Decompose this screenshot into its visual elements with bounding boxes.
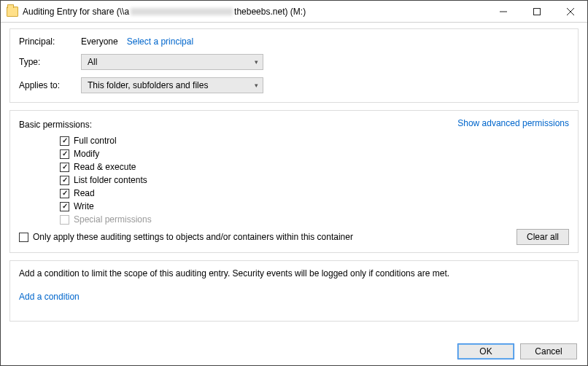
principal-row: Principal: Everyone Select a principal xyxy=(19,36,569,47)
permission-row: Read & execute xyxy=(60,160,569,174)
principal-label: Principal: xyxy=(19,36,81,47)
permission-row: Modify xyxy=(60,147,569,160)
cancel-label: Cancel xyxy=(535,346,562,357)
permission-row: Read xyxy=(60,187,569,200)
applies-dropdown[interactable]: This folder, subfolders and files ▾ xyxy=(81,77,263,93)
window-title-prefix: Auditing Entry for share (\\a xyxy=(23,7,129,17)
applies-label: Applies to: xyxy=(19,80,81,90)
permission-checkbox[interactable] xyxy=(60,202,69,211)
type-label: Type: xyxy=(19,57,81,67)
only-within-checkbox[interactable] xyxy=(19,233,28,242)
only-within-row: Only apply these auditing settings to ob… xyxy=(19,232,569,242)
permission-checkbox[interactable] xyxy=(60,189,69,198)
folder-icon xyxy=(7,7,18,17)
condition-description: Add a condition to limit the scope of th… xyxy=(19,268,569,279)
clear-all-button[interactable]: Clear all xyxy=(517,229,569,245)
permissions-panel: Show advanced permissions Basic permissi… xyxy=(9,110,579,253)
svg-rect-1 xyxy=(534,8,541,15)
permission-checkbox xyxy=(60,215,69,225)
type-dropdown[interactable]: All ▾ xyxy=(81,54,263,70)
permission-row: Full control xyxy=(60,134,569,147)
permission-checkbox[interactable] xyxy=(60,163,69,172)
dialog-footer: OK Cancel xyxy=(457,343,577,359)
principal-type-panel: Principal: Everyone Select a principal T… xyxy=(9,28,579,103)
permission-checkbox[interactable] xyxy=(60,176,69,185)
permission-label: Modify xyxy=(74,149,99,159)
permission-row: Special permissions xyxy=(60,213,569,226)
type-row: Type: All ▾ xyxy=(19,54,569,70)
condition-panel: Add a condition to limit the scope of th… xyxy=(9,260,579,322)
permission-label: Special permissions xyxy=(74,214,152,225)
show-advanced-permissions-link[interactable]: Show advanced permissions xyxy=(457,118,569,128)
permission-checkbox[interactable] xyxy=(60,149,69,159)
permission-label: Read & execute xyxy=(74,162,136,172)
ok-button[interactable]: OK xyxy=(457,343,514,359)
permission-checkbox[interactable] xyxy=(60,136,69,146)
select-principal-link[interactable]: Select a principal xyxy=(127,36,193,47)
ok-label: OK xyxy=(479,346,492,357)
permission-label: List folder contents xyxy=(74,175,147,185)
close-button[interactable] xyxy=(554,1,587,22)
type-dropdown-value: All xyxy=(88,57,97,67)
permission-row: Write xyxy=(60,200,569,213)
applies-row: Applies to: This folder, subfolders and … xyxy=(19,77,569,93)
principal-value: Everyone xyxy=(81,36,118,47)
clear-all-label: Clear all xyxy=(527,232,559,242)
window-controls xyxy=(487,1,587,22)
applies-dropdown-value: This folder, subfolders and files xyxy=(88,80,208,90)
maximize-button[interactable] xyxy=(520,1,554,22)
only-within-label: Only apply these auditing settings to ob… xyxy=(33,232,353,242)
permission-label: Write xyxy=(74,201,94,211)
minimize-button[interactable] xyxy=(487,1,520,22)
cancel-button[interactable]: Cancel xyxy=(520,343,577,359)
permission-label: Read xyxy=(74,188,95,198)
chevron-down-icon: ▾ xyxy=(255,58,258,66)
add-condition-link[interactable]: Add a condition xyxy=(19,292,80,302)
chevron-down-icon: ▾ xyxy=(255,82,258,89)
window-title-suffix: thebeebs.net) (M:) xyxy=(234,7,306,17)
permissions-list: Full controlModifyRead & executeList fol… xyxy=(60,134,569,226)
redacted-path-segment xyxy=(131,8,233,15)
permission-label: Full control xyxy=(74,136,117,146)
permission-row: List folder contents xyxy=(60,174,569,187)
titlebar: Auditing Entry for share (\\a thebeebs.n… xyxy=(1,1,587,23)
